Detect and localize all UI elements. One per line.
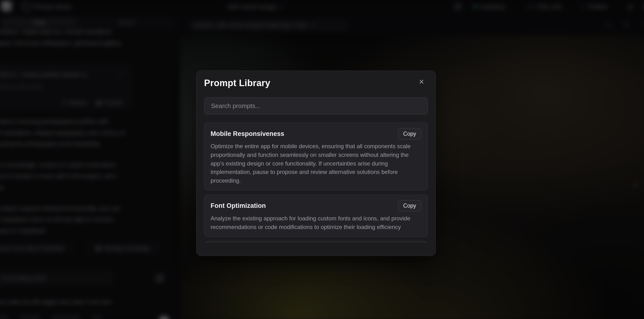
- prompt-title: Font Optimization: [210, 202, 266, 210]
- prompt-library-dialog: Prompt Library × Mobile Responsiveness C…: [196, 70, 436, 256]
- search-input[interactable]: [204, 97, 428, 114]
- prompt-list: Mobile Responsiveness Copy Optimize the …: [204, 122, 428, 243]
- copy-button[interactable]: Copy: [398, 200, 422, 212]
- prompt-description: Analyze the existing approach for loadin…: [210, 214, 422, 232]
- dialog-title: Prompt Library: [204, 78, 270, 88]
- prompt-title: Mobile Responsiveness: [210, 130, 284, 138]
- prompt-description: Optimize the entire app for mobile devic…: [210, 142, 422, 185]
- prompt-card-partial: [204, 241, 428, 243]
- app-window: Prompt Library artfx-visual-voyage ▾ Sup…: [0, 0, 644, 319]
- prompt-card: Font Optimization Copy Analyze the exist…: [204, 194, 428, 237]
- prompt-card: Mobile Responsiveness Copy Optimize the …: [204, 122, 428, 190]
- close-icon[interactable]: ×: [419, 78, 424, 86]
- copy-button[interactable]: Copy: [398, 128, 422, 140]
